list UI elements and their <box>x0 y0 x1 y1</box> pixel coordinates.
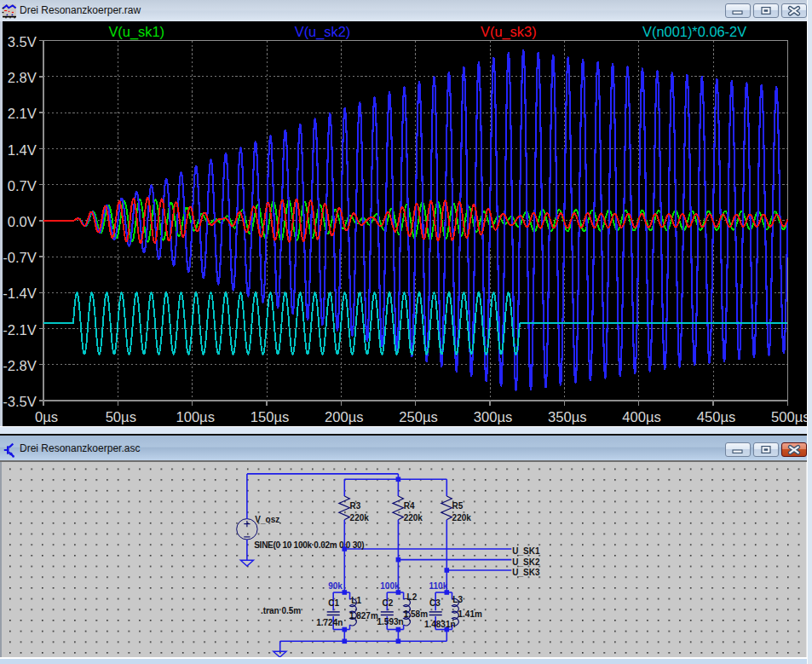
svg-text:V(u_sk2): V(u_sk2) <box>295 24 351 40</box>
svg-text:100k: 100k <box>380 581 400 591</box>
svg-text:250µs: 250µs <box>399 409 438 425</box>
svg-text:220k: 220k <box>452 513 472 523</box>
svg-text:V_osz: V_osz <box>255 515 279 524</box>
svg-text:V(u_sk3): V(u_sk3) <box>481 24 537 40</box>
svg-text:2.1V: 2.1V <box>8 106 37 122</box>
svg-text:-2.1V: -2.1V <box>3 322 37 338</box>
svg-text:.tran 0.5m: .tran 0.5m <box>261 606 301 615</box>
svg-text:L2: L2 <box>407 592 418 602</box>
svg-text:C2: C2 <box>383 598 394 608</box>
svg-text:R3: R3 <box>350 501 361 511</box>
svg-text:L3: L3 <box>452 595 463 604</box>
svg-text:U_SK3: U_SK3 <box>512 568 540 577</box>
svg-text:-0.7V: -0.7V <box>3 250 37 266</box>
svg-text:3.5V: 3.5V <box>8 34 37 50</box>
svg-text:450µs: 450µs <box>697 409 736 425</box>
svg-text:SINE(0 10 100k 0.02m 0 0 30): SINE(0 10 100k 0.02m 0 0 30) <box>254 540 364 550</box>
svg-text:1.593n: 1.593n <box>377 617 404 626</box>
svg-text:-1.4V: -1.4V <box>3 286 37 302</box>
svg-text:0.7V: 0.7V <box>8 178 37 194</box>
svg-text:1.827m: 1.827m <box>349 611 378 621</box>
svg-text:1.41m: 1.41m <box>458 609 482 619</box>
svg-text:1.4831n: 1.4831n <box>424 620 456 629</box>
svg-text:R5: R5 <box>452 501 464 511</box>
svg-text:1.724n: 1.724n <box>316 618 343 627</box>
svg-text:L1: L1 <box>351 596 361 605</box>
svg-text:220k: 220k <box>350 513 370 523</box>
svg-text:0.0V: 0.0V <box>8 214 37 230</box>
svg-text:90k: 90k <box>328 581 343 591</box>
svg-text:100µs: 100µs <box>176 409 215 425</box>
svg-text:C1: C1 <box>328 598 339 608</box>
svg-text:200µs: 200µs <box>325 409 364 425</box>
svg-text:1.4V: 1.4V <box>8 142 37 159</box>
svg-text:50µs: 50µs <box>106 409 136 425</box>
svg-text:2.8V: 2.8V <box>8 70 37 86</box>
svg-text:300µs: 300µs <box>474 409 513 425</box>
svg-text:-3.5V: -3.5V <box>3 394 37 410</box>
svg-text:150µs: 150µs <box>251 409 290 425</box>
svg-text:0µs: 0µs <box>35 409 58 425</box>
svg-text:U_SK1: U_SK1 <box>512 546 540 556</box>
svg-text:R4: R4 <box>404 501 415 511</box>
svg-text:220k: 220k <box>404 513 423 523</box>
svg-text:-2.8V: -2.8V <box>3 358 37 374</box>
svg-text:C3: C3 <box>429 598 441 608</box>
svg-text:U_SK2: U_SK2 <box>512 557 540 567</box>
svg-text:500µs: 500µs <box>771 409 807 425</box>
svg-text:V(u_sk1): V(u_sk1) <box>108 24 164 40</box>
svg-text:V(n001)*0.06-2V: V(n001)*0.06-2V <box>642 24 746 39</box>
svg-text:350µs: 350µs <box>548 409 587 425</box>
svg-text:400µs: 400µs <box>622 409 661 425</box>
svg-text:110k: 110k <box>429 581 448 591</box>
svg-text:1.58m: 1.58m <box>404 609 428 619</box>
